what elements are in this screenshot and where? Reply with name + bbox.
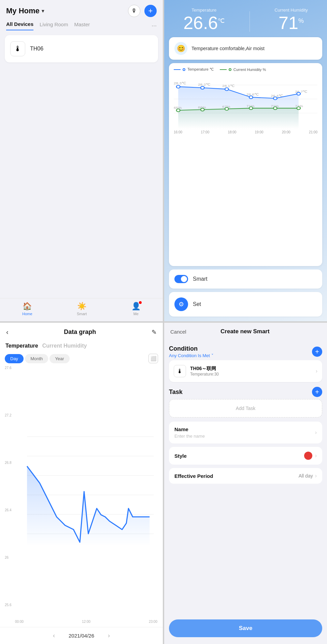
style-color-circle	[304, 452, 312, 460]
nav-item-smart[interactable]: ☀️ Smart	[77, 302, 87, 316]
period-tab-group: Day Month Year	[5, 354, 70, 363]
legend-humidity: Current Humidity %	[220, 67, 266, 72]
add-condition-button[interactable]: +	[312, 347, 322, 357]
save-button[interactable]: Save	[169, 619, 322, 637]
comfort-text: Temperature comfortable,Air moist	[191, 46, 265, 51]
legend-hum-label: Current Humidity %	[233, 68, 266, 72]
x-label-5: 21:00	[309, 130, 317, 134]
chevron-down-icon: ▾	[42, 8, 44, 14]
home-title[interactable]: My Home ▾	[6, 6, 44, 15]
device-card-th06[interactable]: 🌡 TH06	[5, 35, 158, 62]
temp-unit: ℃	[218, 17, 225, 24]
temp-number: 26.6	[183, 13, 218, 33]
edit-button[interactable]: ✎	[152, 328, 157, 336]
humidity-label: Current Humidity	[274, 8, 308, 13]
period-tab-month[interactable]: Month	[25, 354, 48, 363]
x-label-2: 18:00	[228, 130, 236, 134]
temperature-section: Temperature 26.6℃	[183, 8, 225, 32]
legend-hum-line	[220, 69, 227, 70]
svg-text:28.3℃: 28.3℃	[174, 81, 186, 85]
legend-temp-dot	[183, 68, 185, 71]
panel-home: My Home ▾ 🎙 + All Devices Living Room Ma…	[0, 0, 163, 321]
home-nav-label: Home	[22, 312, 32, 316]
graph-metric-tabs: Temperature Current Humidity	[5, 343, 157, 349]
comfort-emoji-icon: 😊	[174, 42, 187, 55]
legend-temp-line	[174, 69, 181, 70]
temp-label: Temperature	[183, 8, 225, 13]
condition-value: Temperature:30	[190, 372, 312, 377]
graph-title: Data graph	[64, 328, 96, 336]
add-task-button[interactable]: +	[312, 387, 322, 397]
graph-y-axis: 27.6 27.2 26.8 26.4 26 25.6	[5, 365, 11, 608]
x-label-0: 16:00	[174, 130, 182, 134]
svg-point-24	[201, 108, 204, 111]
tab-master[interactable]: Master	[74, 21, 90, 30]
task-title: Task	[169, 389, 183, 396]
y-label-5: 25.6	[5, 603, 11, 607]
home-content: 🌡 TH06	[0, 30, 163, 298]
gx-label-2: 23:00	[149, 620, 157, 624]
next-date-button[interactable]: ›	[104, 632, 113, 639]
add-button[interactable]: +	[144, 5, 157, 17]
effective-title: Effective Period	[174, 473, 213, 479]
smart-toggle[interactable]	[174, 275, 188, 283]
home-header-actions: 🎙 +	[128, 5, 157, 17]
y-label-1: 27.2	[5, 413, 11, 417]
period-tab-day[interactable]: Day	[5, 354, 24, 363]
home-title-text: My Home	[6, 6, 40, 15]
effective-period-section[interactable]: Effective Period All day ›	[169, 468, 322, 484]
x-label-4: 20:00	[282, 130, 290, 134]
metric-tab-humidity[interactable]: Current Humidity	[42, 343, 91, 349]
home-tabs: All Devices Living Room Master ···	[0, 19, 163, 30]
condition-subtitle[interactable]: Any Condition Is Met ˅	[169, 353, 214, 358]
tab-living-room[interactable]: Living Room	[40, 21, 68, 30]
svg-point-23	[176, 109, 180, 112]
add-task-card[interactable]: Add Task	[169, 399, 322, 418]
metric-tab-temperature[interactable]: Temperature	[5, 343, 42, 349]
current-date: 2021/04/26	[69, 633, 94, 639]
home-nav: 🏠 Home ☀️ Smart 👤 Me	[0, 298, 163, 321]
panel-create-smart: Cancel Create new Smart Condition Any Co…	[164, 323, 327, 644]
smart-create-header: Cancel Create new Smart	[164, 323, 327, 339]
prev-date-button[interactable]: ‹	[49, 632, 58, 639]
nav-item-me[interactable]: 👤 Me	[131, 302, 141, 316]
period-tabs: Day Month Year ⬜	[5, 351, 158, 365]
name-section[interactable]: Name Enter the name ›	[169, 422, 322, 443]
humidity-section: Current Humidity 71%	[274, 8, 308, 32]
temp-value: 26.6℃	[183, 14, 225, 32]
style-section[interactable]: Style ›	[169, 447, 322, 465]
effective-value: All day	[299, 473, 313, 479]
me-nav-icon: 👤	[131, 302, 141, 311]
effective-right: All day ›	[299, 473, 317, 479]
x-label-3: 19:00	[255, 130, 264, 134]
y-label-3: 26.4	[5, 508, 11, 512]
y-label-4: 26	[5, 556, 11, 559]
temp-top: Temperature 26.6℃ Current Humidity 71%	[164, 0, 327, 37]
svg-point-28	[297, 107, 300, 109]
device-icon-th06: 🌡	[10, 41, 25, 56]
svg-text:28.1℃: 28.1℃	[222, 84, 234, 87]
me-nav-label: Me	[133, 312, 139, 316]
tab-all-devices[interactable]: All Devices	[6, 21, 33, 30]
svg-point-11	[201, 86, 204, 89]
back-button[interactable]: ‹	[6, 328, 9, 336]
name-input-placeholder: Enter the name	[174, 434, 315, 439]
set-gear-icon: ⚙	[174, 297, 188, 311]
set-card[interactable]: ⚙ Set	[169, 292, 322, 317]
svg-marker-35	[27, 466, 150, 546]
cancel-button[interactable]: Cancel	[170, 329, 186, 335]
nav-item-home[interactable]: 🏠 Home	[22, 302, 32, 316]
x-label-1: 17:00	[201, 130, 209, 134]
panel-data-graph: ‹ Data graph ✎ Temperature Current Humid…	[0, 323, 163, 644]
more-dots-button[interactable]: ···	[152, 22, 157, 29]
period-tab-year[interactable]: Year	[49, 354, 69, 363]
condition-device-icon: 🌡	[174, 365, 186, 377]
panel-temperature: Temperature 26.6℃ Current Humidity 71% 😊…	[164, 0, 327, 321]
create-smart-title: Create new Smart	[221, 328, 270, 335]
svg-text:26.6℃: 26.6℃	[246, 92, 259, 96]
humidity-value: 71%	[274, 14, 308, 32]
microphone-button[interactable]: 🎙	[128, 5, 140, 17]
smart-card[interactable]: Smart	[169, 269, 322, 289]
export-button[interactable]: ⬜	[148, 354, 158, 363]
condition-card[interactable]: 🌡 TH06～联网 Temperature:30 ›	[169, 360, 322, 382]
